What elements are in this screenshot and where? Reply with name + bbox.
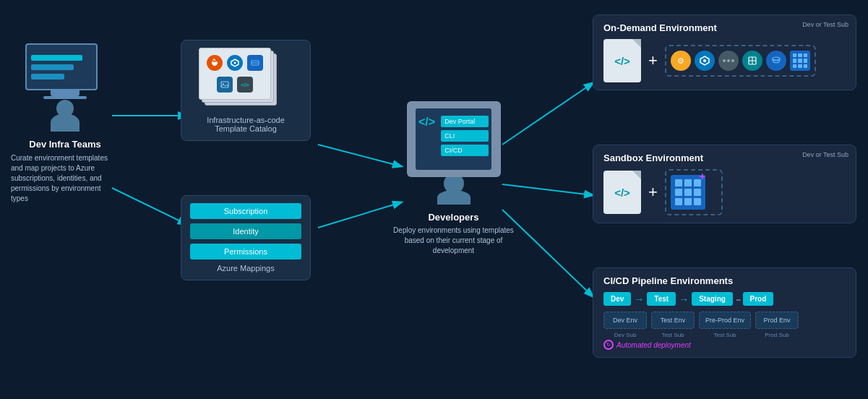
stage-prod: Prod bbox=[743, 292, 774, 306]
plus-sign-ondemand: + bbox=[648, 51, 658, 70]
sub-test: Test Sub bbox=[661, 332, 684, 338]
storage-icon bbox=[247, 55, 263, 71]
sub-dev: Dev Sub bbox=[614, 332, 637, 338]
env-box-test: Test Env bbox=[651, 312, 695, 329]
svg-line-3 bbox=[318, 145, 401, 166]
env-box-preprod: Pre-Prod Env bbox=[699, 312, 751, 329]
grid-service-icon bbox=[790, 51, 810, 71]
dev-screen: </> Dev Portal CLI CI/CD bbox=[416, 108, 491, 170]
monitor-screen bbox=[25, 43, 98, 90]
monitor-base bbox=[51, 90, 80, 96]
monitor-foot bbox=[43, 96, 87, 99]
stage-dots: ··· bbox=[736, 293, 740, 305]
dev-menu: Dev Portal CLI CI/CD bbox=[438, 108, 491, 170]
services-box-ondemand: ⚙ bbox=[665, 45, 816, 77]
auto-deploy: ↻ Automated deployment bbox=[603, 340, 846, 350]
on-demand-env: On-Demand Environment Dev or Test Sub </… bbox=[593, 14, 856, 90]
arrow-1: → bbox=[634, 293, 644, 305]
svg-line-2 bbox=[112, 188, 186, 224]
svg-point-9 bbox=[234, 62, 236, 64]
monitor-graphic bbox=[25, 43, 105, 99]
on-demand-badge: Dev or Test Sub bbox=[802, 21, 848, 28]
kubernetes-icon bbox=[227, 55, 243, 71]
sandbox-env: Sandbox Environment Dev or Test Sub </> … bbox=[593, 145, 856, 223]
file-icon-ondemand: </> bbox=[603, 39, 641, 82]
sub-prod: Prod Sub bbox=[765, 332, 788, 338]
azure-mappings-box: Subscription Identity Permissions Azure … bbox=[181, 195, 314, 280]
avatar-body bbox=[51, 113, 80, 132]
dev-info: Developers Deploy environments using tem… bbox=[390, 212, 517, 256]
doc-stack: </> bbox=[199, 48, 293, 113]
env-col-dev: Dev Env Dev Sub bbox=[603, 312, 647, 338]
dev-avatar bbox=[390, 173, 517, 205]
file-code-sandbox: </> bbox=[614, 186, 630, 199]
cicd-envs: Dev Env Dev Sub Test Env Test Sub Pre-Pr… bbox=[603, 312, 846, 338]
plus-sign-sandbox: + bbox=[648, 183, 658, 202]
auto-deploy-label: Automated deployment bbox=[616, 341, 691, 349]
sub-preprod: Test Sub bbox=[713, 332, 736, 338]
dots-service-icon bbox=[718, 51, 739, 71]
developers-section: </> Dev Portal CLI CI/CD Developers Depl… bbox=[390, 101, 517, 256]
sandbox-grid-icon: + bbox=[671, 175, 705, 210]
file-code-ondemand: </> bbox=[614, 55, 630, 67]
image-icon bbox=[217, 77, 233, 93]
dev-avatar-body bbox=[437, 190, 470, 205]
dev-portal-item: Dev Portal bbox=[441, 116, 489, 127]
arrow-2: → bbox=[679, 293, 689, 305]
monitor-bar-2 bbox=[31, 64, 74, 70]
cicd-box: CI/CD Pipeline Environments Dev → Test →… bbox=[593, 267, 856, 358]
monitor-bar-3 bbox=[31, 74, 64, 80]
cli-item: CLI bbox=[441, 130, 489, 142]
azure-mappings-card: Subscription Identity Permissions Azure … bbox=[181, 195, 311, 280]
sandbox-content: </> + + bbox=[603, 169, 846, 215]
dev-infra-desc: Curate environment templates and map pro… bbox=[11, 153, 119, 204]
database-service-icon bbox=[766, 51, 786, 71]
stage-dev: Dev bbox=[603, 292, 631, 306]
stage-staging: Staging bbox=[692, 292, 733, 306]
svg-line-4 bbox=[318, 202, 401, 228]
azure-mappings-title: Azure Mappings bbox=[190, 264, 301, 273]
cicd-stages: Dev → Test → Staging ··· Prod bbox=[603, 292, 846, 306]
sandbox-services: + bbox=[665, 169, 723, 215]
env-box-dev: Dev Env bbox=[603, 312, 647, 329]
dev-code-tag: </> bbox=[416, 108, 438, 134]
dev-infra-section: Dev Infra Teams Curate environment templ… bbox=[11, 43, 119, 204]
mapping-subscription: Subscription bbox=[190, 203, 301, 219]
env-box-prod: Prod Env bbox=[755, 312, 799, 329]
network-service-icon bbox=[742, 51, 762, 71]
env-col-test: Test Env Test Sub bbox=[651, 312, 695, 338]
sandbox-badge: Dev or Test Sub bbox=[802, 151, 848, 158]
dev-infra-label: Dev Infra Teams bbox=[11, 139, 119, 150]
env-col-preprod: Pre-Prod Env Test Sub bbox=[699, 312, 751, 338]
code-icon: </> bbox=[237, 77, 253, 93]
sandbox-box: Sandbox Environment Dev or Test Sub </> … bbox=[593, 145, 856, 223]
svg-point-19 bbox=[773, 57, 780, 60]
template-catalog-title: Infrastructure-as-code Template Catalog bbox=[190, 116, 301, 133]
on-demand-content: </> + ⚙ bbox=[603, 39, 846, 82]
file-icon-sandbox: </> bbox=[603, 171, 641, 214]
kubernetes-service-icon bbox=[695, 51, 715, 71]
env-col-prod: Prod Env Prod Sub bbox=[755, 312, 799, 338]
cicd-item: CI/CD bbox=[441, 145, 489, 156]
cicd-title: CI/CD Pipeline Environments bbox=[603, 275, 846, 286]
file-fold-sandbox bbox=[632, 171, 641, 179]
refresh-icon bbox=[207, 55, 223, 71]
mapping-permissions: Permissions bbox=[190, 244, 301, 259]
on-demand-box: On-Demand Environment Dev or Test Sub </… bbox=[593, 14, 856, 90]
svg-point-15 bbox=[703, 59, 706, 62]
monitor-bar-1 bbox=[31, 55, 82, 61]
template-catalog-card: </> Infrastructure-as-code Template Cata… bbox=[181, 40, 311, 141]
file-fold bbox=[632, 39, 641, 48]
doc-page-front: </> bbox=[199, 48, 271, 100]
stage-test: Test bbox=[647, 292, 676, 306]
developers-label: Developers bbox=[390, 212, 517, 223]
sandbox-plus-decoration: + bbox=[700, 172, 708, 181]
dev-monitor: </> Dev Portal CLI CI/CD bbox=[407, 101, 501, 177]
mapping-identity: Identity bbox=[190, 223, 301, 239]
cicd-env: CI/CD Pipeline Environments Dev → Test →… bbox=[593, 267, 856, 358]
template-catalog-box: </> Infrastructure-as-code Template Cata… bbox=[181, 40, 314, 141]
developers-desc: Deploy environments using templates base… bbox=[390, 226, 517, 256]
person-avatar bbox=[11, 100, 119, 132]
gear-service-icon: ⚙ bbox=[671, 51, 691, 71]
auto-deploy-icon: ↻ bbox=[603, 340, 614, 350]
